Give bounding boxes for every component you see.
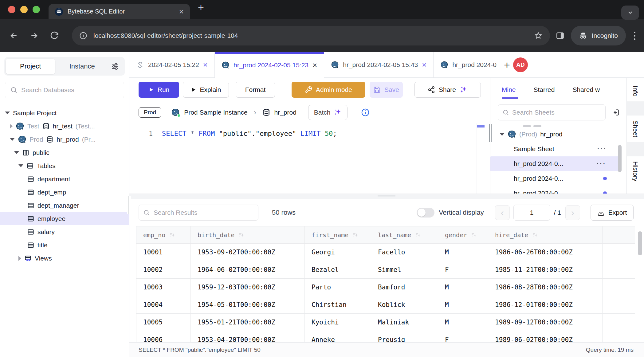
column-header-gender[interactable]: gender xyxy=(438,226,488,244)
cell[interactable]: 1986-08-28T00:00:00Z xyxy=(488,279,603,296)
more-menu-icon[interactable]: ··· xyxy=(597,160,606,168)
info-circle-icon[interactable] xyxy=(361,108,370,117)
instance-name[interactable]: Prod Sample Instance xyxy=(184,109,248,116)
sort-icon[interactable] xyxy=(532,232,538,238)
cell[interactable]: 1954-05-01T00:00:00Z xyxy=(191,296,305,314)
run-button[interactable]: Run xyxy=(139,82,179,98)
maximize-window-button[interactable] xyxy=(33,6,40,13)
tree-node-tables-group[interactable]: Tables xyxy=(0,159,129,172)
cell[interactable]: Koblick xyxy=(371,296,438,314)
table-row[interactable]: 100011953-09-02T00:00:00ZGeorgiFacelloM1… xyxy=(136,244,635,261)
close-tab-icon[interactable]: × xyxy=(203,61,208,69)
sheet-search[interactable] xyxy=(498,104,606,120)
database-search[interactable] xyxy=(5,82,124,98)
back-button[interactable] xyxy=(9,31,18,40)
tree-node-project[interactable]: Sample Project xyxy=(0,106,129,120)
database-name[interactable]: hr_prod xyxy=(274,109,296,116)
caret-down-icon[interactable] xyxy=(18,164,23,167)
sort-icon[interactable] xyxy=(415,232,421,238)
caret-right-icon[interactable] xyxy=(18,256,21,261)
cell[interactable]: 10005 xyxy=(136,314,191,331)
table-row[interactable]: 100051955-01-21T00:00:00ZKyoichiMaliniak… xyxy=(136,314,635,331)
cell[interactable]: Kyoichi xyxy=(305,314,371,331)
new-browser-tab-button[interactable]: + xyxy=(198,2,204,12)
forward-button[interactable] xyxy=(29,31,39,40)
browser-tab[interactable]: Bytebase SQL Editor × xyxy=(49,4,190,19)
browser-menu-icon[interactable] xyxy=(632,30,637,42)
results-splitter[interactable] xyxy=(129,194,644,199)
side-panel-icon[interactable] xyxy=(556,31,565,40)
share-button[interactable]: Share xyxy=(414,82,481,98)
cell[interactable]: 1986-12-01T00:00:00Z xyxy=(488,296,603,314)
database-search-input[interactable] xyxy=(21,86,119,94)
tree-node-table-salary[interactable]: salary xyxy=(0,225,129,238)
reload-button[interactable] xyxy=(50,31,59,40)
tree-node-table-dept-manager[interactable]: dept_manager xyxy=(0,199,129,212)
tab-instance[interactable]: Instance xyxy=(55,62,109,70)
sheet-item-sample-sheet[interactable]: Sample Sheet ··· xyxy=(490,142,626,156)
column-header-emp-no[interactable]: emp_no xyxy=(136,226,191,244)
admin-mode-button[interactable]: Admin mode xyxy=(292,82,365,98)
browser-tab-close-icon[interactable]: × xyxy=(179,8,184,16)
close-window-button[interactable] xyxy=(8,6,15,13)
cell[interactable]: Anneke xyxy=(305,331,371,343)
column-header-last-name[interactable]: last_name xyxy=(371,226,438,244)
scrollbar-thumb[interactable] xyxy=(638,231,642,255)
cell[interactable]: 1964-06-02T00:00:00Z xyxy=(191,261,305,279)
sheet-item-current[interactable]: hr_prod 2024-0... ··· xyxy=(490,156,618,171)
sort-icon[interactable] xyxy=(238,232,244,238)
batch-button[interactable]: Batch xyxy=(308,105,348,120)
worksheet-tab-2-active[interactable]: hr_prod 2024-02-05 15:23 × xyxy=(215,52,324,78)
results-search-input[interactable] xyxy=(154,209,254,216)
tab-mine[interactable]: Mine xyxy=(502,78,516,102)
caret-right-icon[interactable] xyxy=(10,124,13,129)
tab-shared[interactable]: Shared w xyxy=(572,78,600,102)
scrollbar-thumb[interactable] xyxy=(618,145,622,172)
cell[interactable]: Facello xyxy=(371,244,438,261)
column-header-first-name[interactable]: first_name xyxy=(305,226,371,244)
new-worksheet-button[interactable]: + xyxy=(504,60,510,70)
cell[interactable]: 10001 xyxy=(136,244,191,261)
caret-down-icon[interactable] xyxy=(10,138,15,141)
sort-icon[interactable] xyxy=(169,232,175,238)
tab-search-button[interactable] xyxy=(621,6,639,20)
cell[interactable]: 10003 xyxy=(136,279,191,296)
tree-node-table-employee[interactable]: employee xyxy=(0,212,129,225)
panel-resize-handle[interactable] xyxy=(488,124,493,142)
sheet-group-prod-hr-prod[interactable]: (Prod) hr_prod xyxy=(490,127,626,142)
tree-node-schema-public[interactable]: public xyxy=(0,146,129,159)
worksheet-tab-3[interactable]: hr_prod 2024-02-05 15:43 × xyxy=(324,52,434,77)
dock-tab-sheet[interactable]: Sheet xyxy=(632,116,639,142)
cell[interactable]: 1985-11-21T00:00:00Z xyxy=(488,261,603,279)
cell[interactable]: 1955-01-21T00:00:00Z xyxy=(191,314,305,331)
user-avatar[interactable]: AD xyxy=(513,57,528,72)
cell[interactable]: 1989-09-12T00:00:00Z xyxy=(488,314,603,331)
dock-tab-history[interactable]: History xyxy=(632,156,639,186)
cell[interactable]: Chirstian xyxy=(305,296,371,314)
tree-node-hr-test[interactable]: Test hr_test (Test... xyxy=(0,120,129,133)
cell[interactable]: Parto xyxy=(305,279,371,296)
url-text[interactable]: localhost:8080/sql-editor/sheet/project-… xyxy=(93,32,528,39)
cell[interactable]: F xyxy=(438,261,488,279)
cell[interactable]: 10002 xyxy=(136,261,191,279)
more-menu-icon[interactable]: ··· xyxy=(597,145,607,153)
import-sheet-icon[interactable] xyxy=(612,108,620,116)
cell[interactable]: M xyxy=(438,314,488,331)
column-header-birth-date[interactable]: birth_date xyxy=(191,226,305,244)
worksheet-tab-4[interactable]: hr_prod 2024-0 xyxy=(434,52,503,77)
page-number-input[interactable] xyxy=(513,205,550,221)
cell[interactable]: Bamford xyxy=(371,279,438,296)
save-button[interactable]: Save xyxy=(370,82,403,98)
table-row[interactable]: 100021964-06-02T00:00:00ZBezalelSimmelF1… xyxy=(136,261,635,279)
editor-minimap[interactable] xyxy=(477,123,485,194)
cell[interactable]: Bezalel xyxy=(305,261,371,279)
sheet-search-input[interactable] xyxy=(512,109,601,116)
tree-node-table-department[interactable]: department xyxy=(0,172,129,186)
export-button[interactable]: Export xyxy=(591,205,634,221)
tree-node-hr-prod[interactable]: Prod hr_prod (Pr... xyxy=(0,133,129,146)
url-bar[interactable]: localhost:8080/sql-editor/sheet/project-… xyxy=(72,26,550,45)
explain-button[interactable]: Explain xyxy=(183,82,229,98)
cell[interactable]: Preusig xyxy=(371,331,438,343)
minimize-window-button[interactable] xyxy=(20,6,28,13)
next-page-button[interactable]: › xyxy=(565,205,580,220)
